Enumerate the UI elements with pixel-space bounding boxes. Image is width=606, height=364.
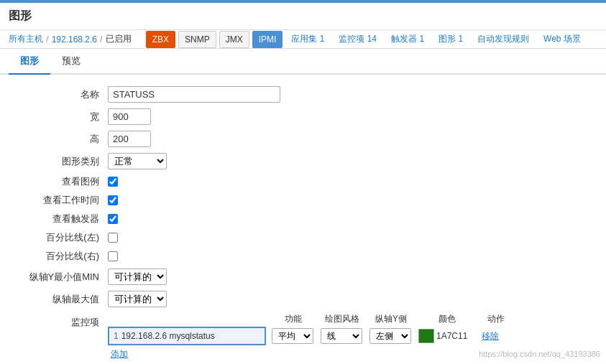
legend-checkbox[interactable] xyxy=(108,177,118,187)
page-header: 图形 xyxy=(0,3,606,30)
col-action: 动作 xyxy=(482,313,510,325)
form-row-percent-left: 百分比线(左) xyxy=(0,231,606,244)
ymin-select[interactable]: 可计算的 固定的 监控项 xyxy=(108,269,167,285)
nav-link-graphs[interactable]: 图形 1 xyxy=(433,30,469,48)
nav-btn-ipmi[interactable]: IPMI xyxy=(252,31,283,48)
form-row-ymin: 纵轴Y最小值MIN 可计算的 固定的 监控项 xyxy=(0,269,606,285)
type-select[interactable]: 正常 堆叠 饼图 分解饼图 xyxy=(108,153,167,169)
form-row-legend: 查看图例 xyxy=(0,175,606,188)
nav-link-discovery[interactable]: 自动发现规则 xyxy=(472,30,535,48)
add-item-link[interactable]: 添加 xyxy=(108,348,510,360)
breadcrumb-all-hosts[interactable]: 所有主机 xyxy=(9,33,43,45)
col-axis: 纵轴Y侧 xyxy=(369,313,413,325)
triggers-label: 查看触发器 xyxy=(14,213,108,225)
items-content: 功能 绘图风格 纵轴Y侧 颜色 动作 1 192.168.2.6 mysqlst… xyxy=(108,313,510,360)
top-nav: 所有主机 / 192.168.2.6 / 已启用 ZBX SNMP JMX IP… xyxy=(0,30,606,49)
item-name: 192.168.2.6 mysqlstatus xyxy=(121,331,215,341)
name-label: 名称 xyxy=(14,88,108,101)
type-label: 图形类别 xyxy=(14,155,108,168)
ymin-label: 纵轴Y最小值MIN xyxy=(14,271,108,284)
color-value: 1A7C11 xyxy=(436,331,467,341)
col-color: 颜色 xyxy=(418,313,476,325)
tab-graph[interactable]: 图形 xyxy=(9,49,50,75)
percent-right-label: 百分比线(右) xyxy=(14,250,108,263)
table-row: 1 192.168.2.6 mysqlstatus 平均 最小 最大 线 填充区 xyxy=(108,327,510,345)
form-row-ymax: 纵轴最大值 可计算的 固定的 监控项 xyxy=(0,291,606,307)
percent-left-label: 百分比线(左) xyxy=(14,231,108,244)
form-row-triggers: 查看触发器 xyxy=(0,213,606,225)
nav-link-items[interactable]: 监控项 14 xyxy=(333,30,382,48)
col-style: 绘图风格 xyxy=(321,313,364,325)
form-row-workperiod: 查看工作时间 xyxy=(0,194,606,207)
percent-right-checkbox[interactable] xyxy=(108,251,118,261)
legend-label: 查看图例 xyxy=(14,175,108,188)
item-color-cell: 1A7C11 xyxy=(418,329,476,343)
color-swatch[interactable] xyxy=(418,329,434,343)
width-label: 宽 xyxy=(14,111,108,123)
percent-left-checkbox[interactable] xyxy=(108,233,118,243)
item-name-cell: 1 192.168.2.6 mysqlstatus xyxy=(108,327,266,345)
width-input[interactable] xyxy=(108,108,151,125)
form-row-width: 宽 xyxy=(0,108,606,125)
breadcrumb-status: 已启用 xyxy=(106,33,132,45)
triggers-checkbox[interactable] xyxy=(108,214,118,224)
form-row-height: 高 xyxy=(0,131,606,147)
content-area: 名称 宽 高 图形类别 正常 堆叠 饼图 分解饼图 查看图例 查看工作时间 查看… xyxy=(0,75,606,364)
nav-link-triggers[interactable]: 触发器 1 xyxy=(385,30,430,48)
tabs-bar: 图形 预览 xyxy=(0,49,606,75)
form-row-percent-right: 百分比线(右) xyxy=(0,250,606,263)
ymax-select[interactable]: 可计算的 固定的 监控项 xyxy=(108,291,167,307)
nav-btn-jmx[interactable]: JMX xyxy=(219,31,249,48)
workperiod-label: 查看工作时间 xyxy=(14,194,108,207)
form-row-name: 名称 xyxy=(0,86,606,103)
nav-link-apps[interactable]: 应用集 1 xyxy=(285,30,330,48)
nav-btn-zbx[interactable]: ZBX xyxy=(146,31,175,48)
remove-link[interactable]: 移除 xyxy=(482,331,499,341)
ymax-label: 纵轴最大值 xyxy=(14,293,108,306)
workperiod-checkbox[interactable] xyxy=(108,195,118,205)
height-label: 高 xyxy=(14,133,108,146)
page-title: 图形 xyxy=(9,9,32,24)
breadcrumb-ip[interactable]: 192.168.2.6 xyxy=(52,34,97,45)
nav-btn-snmp[interactable]: SNMP xyxy=(178,31,216,48)
item-style-select[interactable]: 线 填充区 粗线 xyxy=(321,328,362,344)
watermark: https://blog.csdn.net/qq_43193386 xyxy=(479,350,600,358)
item-func-select[interactable]: 平均 最小 最大 xyxy=(272,328,313,344)
name-input[interactable] xyxy=(108,86,280,103)
height-input[interactable] xyxy=(108,131,151,147)
nav-link-web[interactable]: Web 场景 xyxy=(538,30,587,48)
item-axis-select[interactable]: 左侧 右侧 xyxy=(369,328,411,344)
items-label: 监控项 xyxy=(14,313,108,329)
tab-preview[interactable]: 预览 xyxy=(50,49,92,75)
form-row-type: 图形类别 正常 堆叠 饼图 分解饼图 xyxy=(0,153,606,169)
col-func: 功能 xyxy=(272,313,315,325)
